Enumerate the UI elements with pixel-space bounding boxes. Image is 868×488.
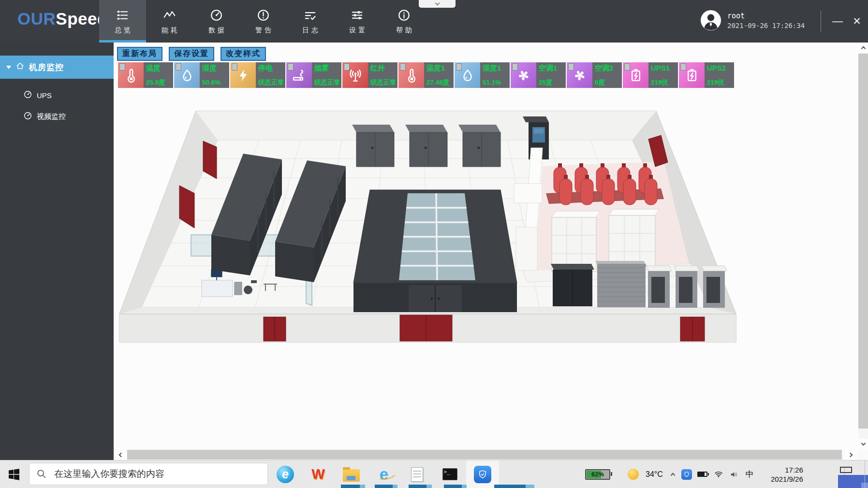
horizontal-scrollbar-thumb[interactable]: [127, 450, 842, 459]
slatted-rack: [595, 261, 647, 307]
scroll-left-button[interactable]: [115, 449, 126, 460]
sensor-badge-humidity[interactable]: 湿度50.6%: [174, 62, 229, 88]
sensor-label: 温度1: [427, 64, 452, 72]
thermometer-icon: [118, 62, 144, 88]
battery-level-widget[interactable]: 62%: [585, 469, 610, 480]
sensor-value: 27.48度: [427, 79, 452, 86]
sensor-badge-power-outage[interactable]: 停电状态正常: [230, 62, 285, 88]
peek-window-outline: [840, 467, 852, 473]
list-icon: [116, 8, 130, 22]
chevron-up-icon: [670, 473, 675, 477]
badge-corner-tag: [400, 63, 406, 71]
taskbar-clock[interactable]: 17:26 2021/9/26: [762, 466, 803, 483]
taskbar-app-notepad[interactable]: [400, 460, 433, 488]
sensor-value: 状态正常: [258, 79, 284, 86]
ime-indicator[interactable]: 中: [746, 469, 754, 480]
nav-tab-alert[interactable]: 警告: [240, 0, 287, 43]
nav-tab-label: 警告: [253, 26, 274, 35]
running-indicator: [444, 485, 467, 488]
scroll-up-button[interactable]: [858, 43, 868, 53]
sensor-value: 219伏: [651, 79, 677, 86]
start-button[interactable]: [0, 460, 28, 488]
windows-logo-icon: [8, 468, 20, 481]
battery-tray-icon[interactable]: [697, 472, 707, 477]
toolbar: 重新布局保存设置改变样式: [117, 47, 266, 61]
user-account[interactable]: root 2021-09-26 17:26:34: [700, 9, 805, 31]
sensor-badge-smoke[interactable]: 烟雾状态正常: [286, 62, 341, 88]
taskbar-app-file-explorer[interactable]: [335, 460, 368, 488]
sensor-info-panel: 温度25.9度: [144, 62, 173, 88]
expand-triangle-icon: [6, 66, 11, 69]
folder-icon: [343, 469, 360, 482]
running-indicator: [341, 485, 365, 488]
sensor-badge-temperature[interactable]: 温度25.9度: [118, 62, 173, 88]
infrared-icon: [342, 62, 368, 88]
relayout-button[interactable]: 重新布局: [117, 47, 162, 61]
gauge-icon: [23, 90, 32, 100]
taskbar-search: [29, 463, 268, 485]
sensor-badge-ups-2[interactable]: UPS2219伏: [679, 62, 734, 88]
sensor-info-panel: 烟雾状态正常: [312, 62, 341, 88]
clock-date: 2021/9/26: [771, 475, 803, 483]
taskbar-apps: eWe>_: [269, 460, 499, 488]
sensor-badge-temperature-1[interactable]: 温度127.48度: [398, 62, 454, 88]
wps-icon: W: [311, 466, 324, 482]
smoke-icon: [286, 62, 312, 88]
search-input[interactable]: [53, 468, 261, 480]
sensor-badge-humidity-1[interactable]: 湿度151.1%: [455, 62, 510, 88]
weather-temperature[interactable]: 34°C: [646, 470, 663, 479]
pdu-machines: [647, 266, 727, 308]
nav-tab-data[interactable]: 数据: [193, 0, 240, 43]
taskbar-app-terminal[interactable]: >_: [433, 460, 466, 488]
show-desktop-button[interactable]: [865, 460, 868, 488]
sidebar-item-ups[interactable]: UPS: [0, 85, 114, 106]
badge-corner-tag: [176, 63, 181, 71]
wifi-tray-icon[interactable]: [714, 470, 723, 479]
sensor-info-panel: 温度127.48度: [424, 62, 454, 88]
nav-tab-settings[interactable]: 设置: [334, 0, 381, 43]
speaker-icon: [729, 470, 739, 479]
sensor-badge-ups-1[interactable]: UPS1219伏: [623, 62, 678, 88]
badge-corner-tag: [512, 63, 518, 71]
minimize-button[interactable]: —: [829, 12, 846, 31]
user-avatar-icon: [700, 9, 722, 31]
scroll-down-button[interactable]: [858, 439, 868, 449]
vertical-scrollbar-thumb[interactable]: [858, 54, 868, 429]
sensor-info-panel: UPS2219伏: [705, 62, 734, 88]
nav-tab-energy[interactable]: 能耗: [146, 0, 193, 43]
badge-corner-tag: [456, 63, 462, 71]
taskbar-app-internet-explorer[interactable]: e: [368, 460, 400, 488]
droplet-icon: [174, 62, 200, 88]
sidebar-item-video-monitoring[interactable]: 视频监控: [0, 106, 114, 127]
login-datetime: 2021-09-26 17:26:34: [727, 22, 805, 29]
security-tray-icon[interactable]: [681, 469, 692, 480]
taskbar-app-edge[interactable]: e: [269, 460, 302, 488]
sensor-info-panel: 空调125度: [536, 62, 566, 88]
taskbar-app-wps[interactable]: W: [302, 460, 335, 488]
close-button[interactable]: ✕: [848, 12, 866, 31]
collapse-panel-button[interactable]: [419, 0, 456, 8]
sensor-badge-air-conditioner-1[interactable]: 空调125度: [511, 62, 566, 88]
tray-overflow-button[interactable]: [671, 474, 675, 475]
weather-sun-icon[interactable]: [628, 469, 639, 480]
sidebar-item-room-monitoring[interactable]: 机房监控: [0, 56, 114, 79]
nav-tab-log[interactable]: 日志: [287, 0, 334, 43]
sensor-badge-infrared[interactable]: 红外状态正常: [342, 62, 397, 88]
scroll-right-button[interactable]: [845, 449, 857, 460]
change-style-button[interactable]: 改变样式: [221, 47, 266, 61]
badge-corner-tag: [680, 63, 686, 71]
sensor-label: 烟雾: [314, 64, 340, 72]
nav-tab-overview[interactable]: 总览: [99, 0, 146, 43]
room-3d-view[interactable]: [118, 110, 844, 410]
nav-tab-label: 能耗: [159, 26, 180, 35]
cold-aisle-containment: [353, 190, 517, 312]
battery-segment: [705, 473, 706, 476]
save-settings-button[interactable]: 保存设置: [169, 47, 214, 61]
sensor-badge-air-conditioner-2[interactable]: 空调20度: [567, 62, 622, 88]
user-meta: root 2021-09-26 17:26:34: [727, 12, 805, 29]
shield-icon: [683, 471, 690, 478]
running-indicator: [375, 485, 397, 488]
taskbar-app-security-shield[interactable]: [466, 460, 499, 488]
room-3d-render: [118, 110, 844, 410]
volume-tray-icon[interactable]: [729, 470, 739, 479]
